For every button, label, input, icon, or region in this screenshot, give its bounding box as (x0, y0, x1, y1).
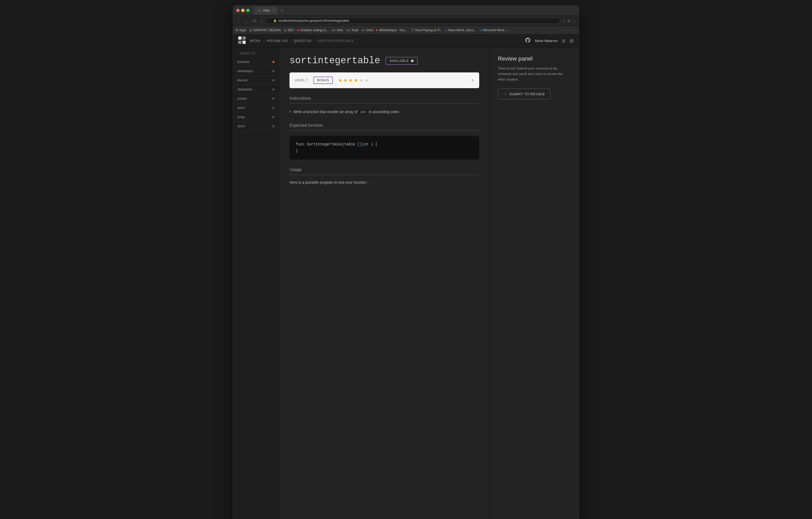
sidebar-item-label-strlen: strlen (237, 106, 245, 110)
minimize-button[interactable] (241, 9, 244, 12)
bookmark-icon[interactable]: ☆ (562, 19, 566, 23)
extension-icon[interactable]: ⊙ (568, 19, 571, 23)
sidebar: – QUEST 03 pointone ultimatepoi... divmo… (233, 48, 279, 519)
power-icon[interactable]: ⏻ (570, 38, 574, 43)
bookmark-graphic-design[interactable]: 🗂 GRAPHIC DESIGN (249, 28, 281, 32)
bookmark-toad[interactable]: </> Toad (346, 28, 358, 32)
bookmark-playing[interactable]: 🎵 Now Playing on P... (410, 28, 442, 32)
page-title-row: sortintegertable AVAILABLE (289, 55, 479, 66)
usage-divider (289, 175, 479, 175)
browser-actions: ☆ ⊙ ⋮ (562, 19, 576, 23)
bookmark-creative-coding[interactable]: ■ Creative coding re... (297, 28, 328, 32)
star-6: ★ (364, 78, 369, 83)
sidebar-item-pointone[interactable]: pointone (233, 57, 279, 67)
level-card: LEVEL 7 BONUS ★ ★ ★ ★ ★ ★ + (289, 73, 479, 88)
code-type-slice: []int (357, 142, 369, 146)
bookmark-dev[interactable]: 🗂 DEV (284, 28, 294, 32)
tab-close-button[interactable]: × (273, 9, 274, 12)
sidebar-dot-pointone (272, 61, 274, 63)
bookmark-intra-2[interactable]: </> Intra (361, 28, 373, 32)
sidebar-item-label-pointone: pointone (237, 60, 249, 64)
code-icon-2: </> (346, 29, 350, 32)
bookmark-playing-label: Now Playing on P... (415, 28, 442, 32)
word-icon: W (479, 29, 482, 32)
sidebar-dot-printstr (272, 97, 274, 100)
address-field[interactable]: 🔒 localhost/intra/piscine-go/quest-03/so… (266, 18, 560, 24)
tab-bar: </> Intra × + (254, 6, 576, 15)
bookmark-word-label: Microsoft Word -... (483, 28, 509, 32)
breadcrumb: INTRA > PISCINE-GO > QUEST-03 > SORTINTE… (250, 39, 354, 43)
sidebar-item-label-ultimatediv: ultimatediv... (237, 88, 255, 91)
bookmark-apps[interactable]: ⊞ Apps (236, 28, 246, 32)
sidebar-item-swap[interactable]: swap (233, 113, 279, 122)
breadcrumb-piscine[interactable]: PISCINE-GO (267, 39, 288, 43)
app-header: INTRA > PISCINE-GO > QUEST-03 > SORTINTE… (233, 34, 579, 48)
bookmark-neon-label: Neon Moiré, disco... (448, 28, 476, 32)
bookmark-word[interactable]: W Microsoft Word -... (479, 28, 509, 32)
breadcrumb-intra[interactable]: INTRA (250, 39, 261, 43)
apps-icon: ⊞ (236, 28, 238, 32)
available-label: AVAILABLE (390, 59, 409, 63)
breadcrumb-quest[interactable]: QUEST-03 (294, 39, 311, 43)
review-panel: Review panel Time to bet! Submit your ex… (490, 48, 579, 519)
music-icon: 🎵 (410, 28, 414, 32)
star-2: ★ (343, 78, 347, 83)
folder-icon-2: 🗂 (284, 29, 287, 32)
browser-window: </> Intra × + ← → ↻ ⌂ 🔒 localhost/intra/… (233, 5, 579, 519)
sidebar-dot-strrev (272, 125, 274, 127)
bookmark-creative-coding-label: Creative coding re... (300, 28, 328, 32)
sidebar-dot-divmod (272, 79, 274, 81)
sidebar-item-strrev[interactable]: strrev (233, 122, 279, 131)
code-closing-brace: } (296, 149, 298, 153)
sidebar-item-strlen[interactable]: strlen (233, 104, 279, 113)
menu-icon[interactable]: ⋮ (572, 19, 576, 23)
bookmark-youtube-label: Bibliothèque - You... (379, 28, 407, 32)
address-text: localhost/intra/piscine-go/quest-03/sort… (279, 19, 349, 23)
forward-button[interactable]: → (244, 18, 250, 24)
github-icon[interactable] (525, 37, 531, 44)
review-title: Review panel (498, 55, 571, 62)
svg-rect-1 (242, 36, 245, 39)
main-content: sortintegertable AVAILABLE LEVEL 7 BONUS… (279, 48, 490, 519)
sidebar-section-label: – QUEST 03 (233, 52, 279, 57)
code-keyword-func: func (296, 142, 305, 146)
bookmark-intra-1[interactable]: </> Intra (331, 28, 343, 32)
sidebar-item-label-divmod: divmod (237, 79, 248, 82)
grid-icon[interactable]: ⊞ (562, 38, 565, 43)
active-tab[interactable]: </> Intra × (254, 6, 278, 15)
star-1: ★ (338, 78, 342, 83)
sidebar-item-ultimatediv[interactable]: ultimatediv... (233, 85, 279, 94)
sidebar-item-ultimatepoi[interactable]: ultimatepoi... (233, 67, 279, 76)
sidebar-item-label-strrev: strrev (237, 124, 245, 128)
new-tab-button[interactable]: + (278, 6, 286, 15)
bookmark-apps-label: Apps (239, 28, 246, 32)
bookmark-neon[interactable]: ● Neon Moiré, disco... (445, 28, 476, 32)
title-bar: </> Intra × + (233, 5, 579, 16)
sidebar-dot-strlen (272, 107, 274, 109)
bookmarks-bar: ⊞ Apps 🗂 GRAPHIC DESIGN 🗂 DEV ■ Creative… (233, 26, 579, 34)
close-button[interactable] (236, 9, 240, 12)
sidebar-item-label-swap: swap (237, 115, 244, 119)
sidebar-item-printstr[interactable]: printstr (233, 94, 279, 104)
bullet: • (289, 109, 291, 115)
instruction-text: Write a function that reorder an array o… (293, 109, 400, 115)
breadcrumb-sep-2: > (290, 39, 292, 43)
back-button[interactable]: ← (236, 18, 242, 24)
youtube-icon: ▶ (376, 28, 378, 32)
page-title: sortintegertable (289, 55, 380, 66)
tab-title: Intra (263, 9, 269, 12)
lock-icon: 🔒 (273, 19, 277, 22)
breadcrumb-sep-1: > (263, 39, 265, 43)
bookmark-youtube[interactable]: ▶ Bibliothèque - You... (376, 28, 407, 32)
svg-rect-3 (242, 41, 245, 44)
submit-to-review-button[interactable]: → SUBMIT TO REVIEW (498, 88, 550, 99)
bookmark-dev-label: DEV (288, 28, 294, 32)
fullscreen-button[interactable] (246, 9, 250, 12)
refresh-button[interactable]: ↻ (252, 18, 257, 24)
available-dot (411, 60, 414, 62)
app-shell: INTRA > PISCINE-GO > QUEST-03 > SORTINTE… (233, 34, 579, 519)
home-button[interactable]: ⌂ (259, 18, 263, 24)
submit-arrow-icon: → (503, 92, 507, 96)
level-plus-button[interactable]: + (471, 78, 474, 83)
sidebar-item-divmod[interactable]: divmod (233, 76, 279, 85)
